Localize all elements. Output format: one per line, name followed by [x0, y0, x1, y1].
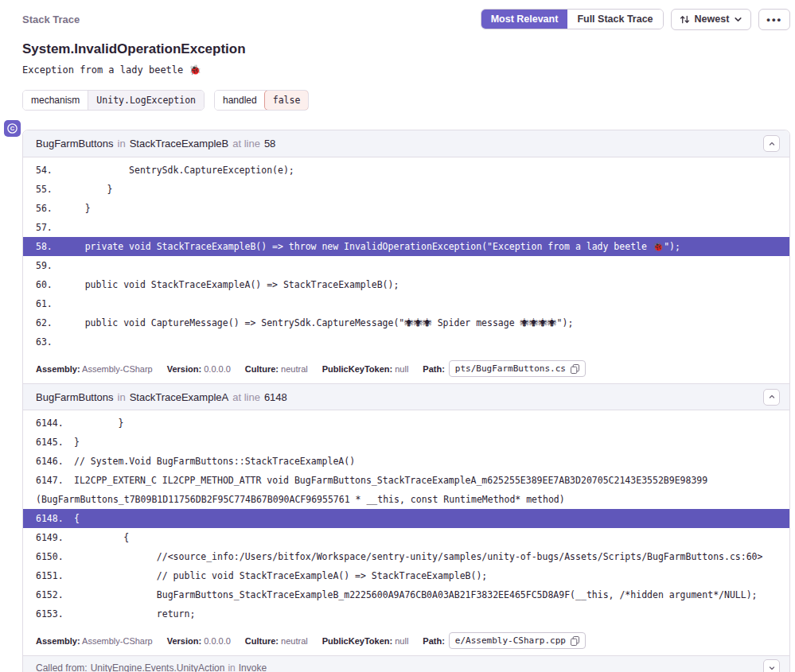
caller-module: UnityEngine.Events.UnityAction [91, 662, 225, 672]
line-number: 6148. [36, 509, 74, 528]
chevron-down-icon [734, 15, 742, 24]
ellipsis-icon: ••• [766, 14, 782, 25]
line-number: 6150. [36, 547, 74, 566]
expand-caller-button[interactable] [763, 659, 780, 672]
code-line: 55. } [23, 180, 789, 199]
view-toggle: Most Relevant Full Stack Trace [481, 9, 664, 29]
at-line-label: at line [232, 391, 260, 403]
tag-mechanism: mechanism Unity.LogException [22, 90, 205, 111]
tag-key: mechanism [23, 91, 88, 110]
code-text: } [74, 437, 80, 448]
code-text: { [74, 513, 80, 524]
code-line: 6150. //<source_info:/Users/bitfox/Works… [23, 547, 789, 566]
code-text: //<source_info:/Users/bitfox/Workspace/s… [74, 551, 762, 562]
code-text: IL2CPP_EXTERN_C IL2CPP_METHOD_ATTR void … [36, 475, 713, 505]
line-number: 55. [36, 180, 63, 199]
code-text: } [63, 203, 91, 214]
in-label: in [118, 391, 126, 403]
code-text: private void StackTraceExampleB() => thr… [63, 241, 680, 252]
more-options-button[interactable]: ••• [758, 9, 790, 30]
code-text: SentrySdk.CaptureException(e); [63, 165, 294, 176]
code-text: // System.Void BugFarmButtons::StackTrac… [74, 456, 355, 467]
line-number: 6144. [36, 414, 74, 433]
frame-header-stacktraceexamplea[interactable]: BugFarmButtons in StackTraceExampleA at … [23, 383, 789, 410]
line-number: 6146. [36, 452, 74, 471]
code-line: 6147.IL2CPP_EXTERN_C IL2CPP_METHOD_ATTR … [23, 471, 789, 509]
code-text: } [74, 418, 123, 429]
line-number: 58. [36, 237, 63, 256]
copy-path-button[interactable] [571, 636, 579, 646]
chevron-up-icon [768, 140, 776, 148]
code-line: 6149. { [23, 528, 789, 547]
frame-line-number: 58 [264, 138, 275, 150]
copy-path-button[interactable] [571, 364, 579, 374]
sort-label: Newest [695, 14, 730, 25]
code-line: 62. public void CaptureMessage() => Sent… [23, 313, 789, 332]
exception-message: Exception from a lady beetle 🐞 [22, 64, 790, 76]
line-number: 54. [36, 161, 63, 180]
line-number: 6145. [36, 433, 74, 452]
called-from-label: Called from: [36, 662, 88, 672]
assembly-path: Path: e/Assembly-CSharp.cpp [423, 632, 586, 649]
line-number: 59. [36, 256, 63, 275]
assembly-info: Assembly: Assembly-CSharp Version: 0.0.0… [23, 628, 789, 655]
frame-module: BugFarmButtons [36, 391, 114, 403]
frame-line-number: 6148 [264, 391, 287, 403]
code-line-active: 6148.{ [23, 509, 789, 528]
code-text: // public void StackTraceExampleA() => S… [74, 570, 487, 581]
assembly-culture: Culture: neutral [245, 636, 308, 646]
line-number: 60. [36, 275, 63, 294]
exception-type: System.InvalidOperationException [22, 41, 790, 57]
assembly-name: Assembly: Assembly-CSharp [36, 364, 153, 374]
line-number: 62. [36, 313, 63, 332]
at-line-label: at line [232, 138, 260, 150]
collapse-frame-button[interactable] [763, 135, 780, 152]
code-line: 6153. return; [23, 604, 789, 623]
chevron-up-icon [768, 393, 776, 401]
copy-icon [571, 364, 579, 374]
collapse-frame-button[interactable] [763, 389, 780, 406]
frame-function: StackTraceExampleA [130, 391, 229, 403]
path-box[interactable]: pts/BugFarmButtons.cs [449, 360, 586, 377]
assembly-publickeytoken: PublicKeyToken: null [322, 364, 409, 374]
line-number: 6152. [36, 585, 74, 604]
frame-code-context: 6144. } 6145.} 6146.// System.Void BugFa… [23, 410, 789, 628]
code-line: 63. [23, 332, 789, 352]
in-label: in [118, 138, 126, 150]
path-text: pts/BugFarmButtons.cs [455, 363, 566, 374]
frame-code-context: 54. SentrySdk.CaptureException(e); 55. }… [23, 157, 789, 356]
exception-tags: mechanism Unity.LogException handled fal… [22, 90, 790, 111]
stack-trace-card: BugFarmButtons in StackTraceExampleB at … [22, 130, 790, 672]
in-label: in [228, 662, 235, 672]
tag-handled: handled false [214, 90, 309, 111]
assembly-version: Version: 0.0.0.0 [167, 636, 231, 646]
line-number: 57. [36, 218, 63, 237]
full-stack-trace-button[interactable]: Full Stack Trace [567, 10, 662, 29]
frame-header-stacktraceexampleb[interactable]: BugFarmButtons in StackTraceExampleB at … [23, 130, 789, 157]
code-text: BugFarmButtons_StackTraceExampleB_m22256… [74, 589, 758, 600]
line-number: 6149. [36, 528, 74, 547]
stack-trace-toolbar: Stack Trace Most Relevant Full Stack Tra… [22, 8, 790, 30]
code-line: 57. [23, 218, 789, 237]
svg-text:C: C [10, 125, 15, 132]
line-number: 6147. [36, 471, 74, 490]
assembly-name: Assembly: Assembly-CSharp [36, 636, 153, 646]
assembly-path: Path: pts/BugFarmButtons.cs [423, 360, 586, 377]
code-line-active: 58. private void StackTraceExampleB() =>… [23, 237, 789, 256]
code-line: 54. SentrySdk.CaptureException(e); [23, 161, 789, 180]
caller-function: Invoke [239, 662, 267, 672]
most-relevant-button[interactable]: Most Relevant [481, 10, 568, 29]
tag-value: Unity.LogException [88, 91, 204, 110]
code-line: 6145.} [23, 433, 789, 452]
code-line: 56. } [23, 199, 789, 218]
called-from-bar: Called from: UnityEngine.Events.UnityAct… [23, 655, 789, 672]
csharp-platform-icon: C [4, 120, 21, 137]
sort-dropdown[interactable]: Newest [671, 9, 752, 30]
path-box[interactable]: e/Assembly-CSharp.cpp [449, 632, 586, 649]
path-text: e/Assembly-CSharp.cpp [455, 635, 566, 646]
line-number: 56. [36, 199, 63, 218]
assembly-culture: Culture: neutral [245, 364, 308, 374]
code-text: public void CaptureMessage() => SentrySd… [63, 317, 573, 328]
assembly-info: Assembly: Assembly-CSharp Version: 0.0.0… [23, 356, 789, 383]
code-text: public void StackTraceExampleA() => Stac… [63, 279, 399, 290]
